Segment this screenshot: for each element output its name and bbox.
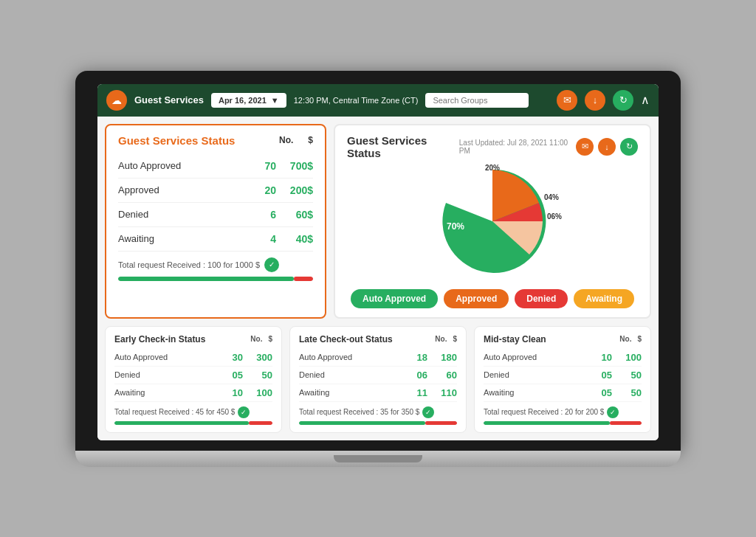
late-col-dollar: $ [453,335,457,343]
status-total: Total request Received : 100 for 1000 $ … [118,257,313,272]
row-num: 10 [588,352,612,363]
chart-download-icon-button[interactable]: ↓ [598,138,616,156]
late-total: Total request Received : 35 for 350 $ ✓ [299,406,457,418]
late-progress-red [425,421,457,425]
late-checkout-card: Late Check-out Status No. $ Auto Approve… [289,326,467,433]
row-label: Awaiting [484,388,588,397]
row-label: Awaiting [114,388,219,397]
row-dollar: 110 [427,387,457,398]
midstay-col-dollar: $ [637,335,642,343]
header-time: 12:30 PM, Central Time Zone (CT) [294,96,419,105]
pie-label-70: 70% [447,221,464,232]
row-label: Auto Approved [299,353,404,361]
row-num: 6 [247,209,276,221]
header-title: Guest Services [134,94,204,105]
early-col-no: No. [250,335,262,343]
approved-btn[interactable]: Approved [444,289,509,308]
early-total: Total request Received : 45 for 450 $ ✓ [114,406,272,418]
row-dollar: 50 [612,370,642,381]
search-input[interactable] [425,93,529,108]
early-progress-bar [114,421,272,425]
status-card-title: Guest Services Status [118,134,235,147]
row-dollar: 60$ [276,209,313,221]
midstay-col-labels: No. $ [619,335,642,343]
laptop: ☁ Guest Services Apr 16, 2021 ▼ 12:30 PM… [75,71,681,467]
main-content: Guest Services Status No. $ Auto Approve… [97,117,659,440]
row-label: Awaiting [118,233,247,244]
progress-bar [118,277,313,281]
list-item: Denied 06 60 [299,367,457,384]
table-row: Denied 6 60$ [118,203,313,227]
top-row: Guest Services Status No. $ Auto Approve… [105,124,651,319]
row-label: Auto Approved [114,353,219,361]
guest-status-card: Guest Services Status No. $ Auto Approve… [105,124,326,319]
logo-icon: ☁ [106,90,127,111]
row-dollar: 50 [243,370,272,381]
screen-bezel: ☁ Guest Services Apr 16, 2021 ▼ 12:30 PM… [75,71,681,451]
table-row: Auto Approved 70 700$ [118,154,313,179]
midstay-progress-green [484,421,610,425]
late-checkout-header: Late Check-out Status No. $ [299,334,457,344]
refresh-icon-button[interactable]: ↻ [613,90,633,111]
progress-red [294,277,313,281]
row-num: 06 [404,370,427,381]
laptop-base [75,451,681,467]
list-item: Auto Approved 10 100 [484,349,642,367]
chart-refresh-icon-button[interactable]: ↻ [620,138,638,156]
row-dollar: 300 [243,352,272,363]
date-label: Apr 16, 2021 [219,96,267,105]
app-header: ☁ Guest Services Apr 16, 2021 ▼ 12:30 PM… [97,84,659,117]
late-total-icon: ✓ [422,406,434,418]
screen: ☁ Guest Services Apr 16, 2021 ▼ 12:30 PM… [97,84,659,440]
download-icon-button[interactable]: ↓ [585,90,605,111]
col-dollar-label: $ [308,135,313,145]
row-dollar: 700$ [276,160,313,172]
list-item: Denied 05 50 [484,367,642,384]
midstay-card: Mid-stay Clean No. $ Auto Approved 10 10… [474,326,651,433]
list-item: Auto Approved 30 300 [114,349,272,367]
row-dollar: 60 [427,370,457,381]
midstay-total-text: Total request Received : 20 for 200 $ [484,408,604,416]
denied-btn[interactable]: Denied [515,289,568,308]
midstay-header: Mid-stay Clean No. $ [484,334,642,344]
row-label: Auto Approved [484,353,588,361]
late-col-labels: No. $ [435,335,457,343]
list-item: Denied 05 50 [114,367,272,384]
status-col-headers: No. $ [279,135,313,145]
row-dollar: 50 [612,387,642,398]
row-dollar: 200$ [276,184,313,196]
midstay-title: Mid-stay Clean [484,334,546,344]
early-col-labels: No. $ [250,335,272,343]
row-num: 05 [588,370,612,381]
date-button[interactable]: Apr 16, 2021 ▼ [211,93,286,108]
list-item: Awaiting 05 50 [484,384,642,402]
row-num: 11 [404,387,427,398]
pie-label-04: 04% [544,193,559,201]
pie-label-06: 06% [547,212,562,221]
row-num: 20 [247,184,276,196]
table-row: Approved 20 200$ [118,179,313,203]
chart-card-header: Guest Services Status Last Updated: Jul … [347,134,638,159]
row-label: Denied [299,370,404,379]
late-progress-bar [299,421,457,425]
header-chevron-icon[interactable]: ∧ [641,93,650,107]
table-row: Awaiting 4 40$ [118,227,313,252]
email-icon-button[interactable]: ✉ [557,90,577,111]
list-item: Awaiting 10 100 [114,384,272,402]
early-total-icon: ✓ [238,406,250,418]
row-num: 4 [247,233,276,245]
date-chevron-icon: ▼ [271,96,279,105]
list-item: Awaiting 11 110 [299,384,457,402]
awaiting-btn[interactable]: Awaiting [574,289,634,308]
row-label: Denied [484,370,588,379]
list-item: Auto Approved 18 180 [299,349,457,367]
chart-last-updated: Last Updated: Jul 28, 2021 11:00 PM [459,139,576,155]
auto-approved-btn[interactable]: Auto Approved [351,289,438,308]
early-col-dollar: $ [268,335,272,343]
row-num: 10 [219,387,243,398]
early-checkin-header: Early Check-in Status No. $ [114,334,272,344]
row-num: 30 [219,352,243,363]
chart-email-icon-button[interactable]: ✉ [576,138,594,156]
late-col-no: No. [435,335,447,343]
early-total-text: Total request Received : 45 for 450 $ [114,408,235,416]
